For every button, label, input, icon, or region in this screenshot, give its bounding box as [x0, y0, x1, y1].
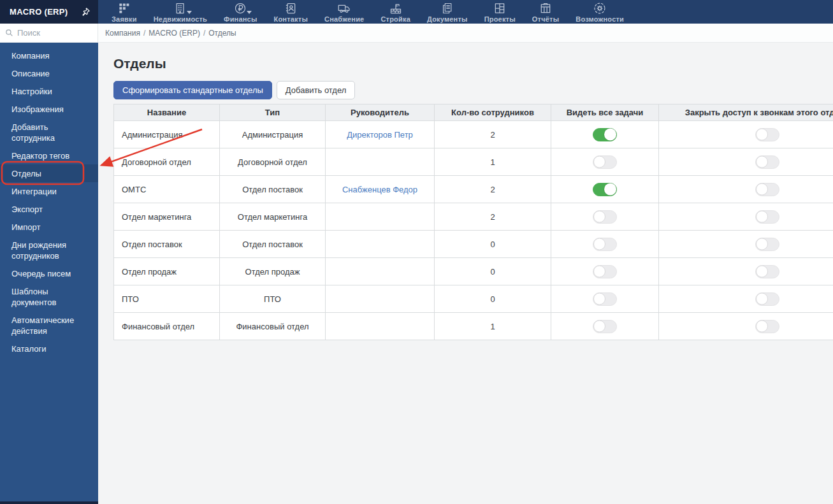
- chevron-down-icon: [187, 11, 192, 14]
- department-name: Отдел поставок: [114, 231, 220, 258]
- department-type: Администрация: [220, 121, 326, 148]
- see-all-tasks-toggle[interactable]: [593, 292, 617, 306]
- close-call-access-cell: [659, 176, 833, 203]
- manager-link[interactable]: Снабженцев Федор: [342, 185, 417, 194]
- toggle-knob: [604, 184, 616, 196]
- toggle-knob: [756, 238, 768, 250]
- contacts-icon: [284, 2, 297, 15]
- toggle-knob: [593, 238, 605, 250]
- sidebar-item[interactable]: Дни рождения сотрудников: [0, 236, 98, 264]
- nav-item-label: Стройка: [380, 15, 410, 23]
- see-all-tasks-cell: [551, 148, 659, 176]
- page-actions: Сформировать стандартные отделы Добавить…: [113, 81, 833, 99]
- employee-count: 1: [435, 313, 551, 340]
- grid-icon: [118, 2, 130, 15]
- nav-item-10[interactable]: Возможности: [567, 0, 632, 24]
- sidebar-item[interactable]: Шаблоны документов: [0, 282, 98, 311]
- building-icon: [174, 2, 187, 15]
- close-call-access-toggle[interactable]: [755, 292, 779, 306]
- close-call-access-toggle[interactable]: [755, 155, 779, 169]
- breadcrumb-item[interactable]: Компания: [105, 29, 140, 38]
- sidebar-item[interactable]: Описание: [0, 64, 98, 82]
- toggle-knob: [756, 320, 768, 333]
- features-icon: [593, 2, 606, 15]
- pin-icon[interactable]: [81, 7, 91, 17]
- column-header: Видеть все задачи: [551, 104, 659, 121]
- projects-icon: [493, 2, 506, 15]
- app-title: MACRO (ERP): [10, 7, 68, 17]
- manager-link[interactable]: Директоров Петр: [347, 130, 413, 140]
- truck-icon: [337, 2, 351, 15]
- see-all-tasks-cell: [551, 231, 659, 258]
- see-all-tasks-toggle[interactable]: [593, 183, 617, 196]
- nav-item-1[interactable]: Заявки: [103, 0, 145, 24]
- department-manager: Директоров Петр: [326, 121, 435, 148]
- sidebar-item[interactable]: Редактор тегов: [0, 147, 98, 164]
- create-standard-departments-button[interactable]: Сформировать стандартные отделы: [113, 81, 272, 99]
- sidebar-item[interactable]: Импорт: [0, 218, 98, 236]
- column-header: Руководитель: [326, 104, 435, 121]
- nav-item-5[interactable]: Снабжение: [316, 0, 372, 24]
- sidebar-item[interactable]: Автоматические действия: [0, 311, 98, 340]
- sidebar-item[interactable]: Компания: [0, 47, 98, 64]
- column-header: Кол-во сотрудников: [435, 104, 551, 121]
- nav-item-label: Документы: [427, 15, 468, 23]
- close-call-access-toggle[interactable]: [755, 183, 779, 196]
- employee-count: 2: [435, 121, 551, 148]
- see-all-tasks-toggle[interactable]: [593, 238, 617, 251]
- nav-item-label: Проекты: [484, 15, 516, 23]
- close-call-access-toggle[interactable]: [755, 238, 779, 251]
- nav-item-4[interactable]: Контакты: [266, 0, 316, 24]
- sidebar-item[interactable]: Настройки: [0, 82, 98, 100]
- app-brand[interactable]: MACRO (ERP): [0, 0, 98, 24]
- sidebar-item[interactable]: Экспорт: [0, 200, 98, 218]
- see-all-tasks-toggle[interactable]: [593, 128, 617, 141]
- see-all-tasks-toggle[interactable]: [593, 265, 617, 278]
- table-row: Отдел поставокОтдел поставок0: [114, 231, 833, 258]
- departments-table: НазваниеТипРуководительКол-во сотруднико…: [113, 104, 833, 340]
- column-header: Тип: [220, 104, 326, 121]
- toggle-knob: [593, 293, 605, 305]
- table-row: ПТОПТО0: [114, 285, 833, 313]
- toggle-knob: [593, 211, 605, 223]
- sidebar-item[interactable]: Очередь писем: [0, 264, 98, 282]
- nav-item-2[interactable]: Недвижимость: [145, 0, 215, 24]
- department-manager: [326, 203, 435, 231]
- close-call-access-cell: [659, 258, 833, 285]
- close-call-access-toggle[interactable]: [755, 320, 779, 333]
- sidebar-item[interactable]: Каталоги: [0, 340, 98, 357]
- breadcrumb-item[interactable]: MACRO (ERP): [148, 29, 200, 38]
- see-all-tasks-cell: [551, 285, 659, 313]
- department-type: ПТО: [220, 285, 326, 313]
- nav-item-8[interactable]: Проекты: [476, 0, 524, 24]
- sidebar-item-selected[interactable]: Отделы: [0, 164, 98, 182]
- nav-item-9[interactable]: Отчёты: [524, 0, 567, 24]
- see-all-tasks-cell: [551, 258, 659, 285]
- close-call-access-toggle[interactable]: [755, 265, 779, 278]
- see-all-tasks-toggle[interactable]: [593, 320, 617, 333]
- sidebar-item[interactable]: Добавить сотрудника: [0, 118, 98, 147]
- employee-count: 2: [435, 203, 551, 231]
- employee-count: 0: [435, 258, 551, 285]
- search-icon: [5, 29, 13, 37]
- table-row: Финансовый отделФинансовый отдел1: [114, 313, 833, 340]
- add-department-button[interactable]: Добавить отдел: [277, 81, 356, 99]
- nav-item-label: Недвижимость: [154, 15, 207, 23]
- see-all-tasks-toggle[interactable]: [593, 210, 617, 224]
- close-call-access-toggle[interactable]: [755, 128, 779, 141]
- see-all-tasks-toggle[interactable]: [593, 155, 617, 169]
- close-call-access-toggle[interactable]: [755, 210, 779, 224]
- nav-item-7[interactable]: Документы: [419, 0, 476, 24]
- sidebar-item[interactable]: Изображения: [0, 100, 98, 118]
- nav-item-6[interactable]: Стройка: [372, 0, 419, 24]
- employee-count: 2: [435, 176, 551, 203]
- department-type: Отдел поставок: [220, 231, 326, 258]
- sidebar-search[interactable]: [0, 24, 98, 43]
- sidebar-item[interactable]: Интеграции: [0, 182, 98, 200]
- breadcrumb-separator: /: [143, 29, 145, 38]
- nav-item-3[interactable]: Финансы: [215, 0, 265, 24]
- close-call-access-cell: [659, 203, 833, 231]
- close-call-access-cell: [659, 285, 833, 313]
- breadcrumb: Компания/MACRO (ERP)/Отделы: [98, 24, 833, 43]
- search-input[interactable]: [17, 28, 92, 38]
